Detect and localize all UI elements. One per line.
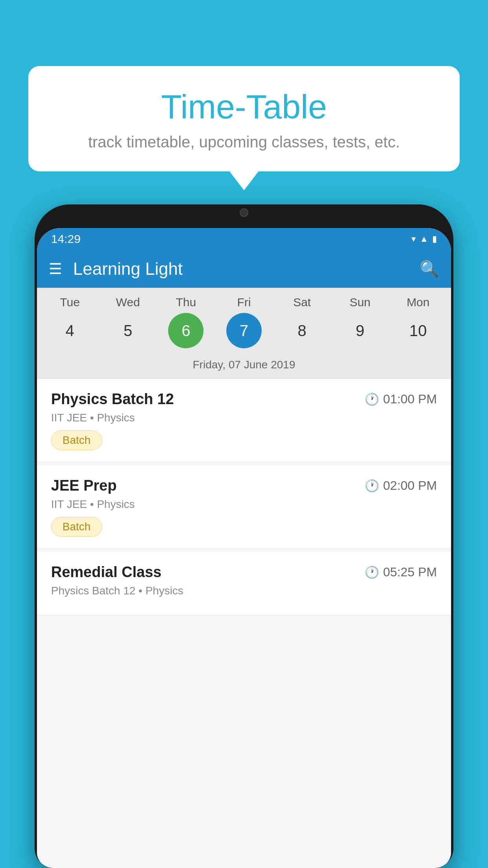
hamburger-icon[interactable]: ☰	[49, 261, 62, 276]
day-name-tue: Tue	[52, 296, 88, 309]
class-item-2[interactable]: JEE Prep 🕐 02:00 PM IIT JEE • Physics Ba…	[37, 465, 451, 549]
clock-icon-2: 🕐	[365, 479, 379, 493]
batch-badge-1: Batch	[51, 430, 102, 450]
class-time-value-2: 02:00 PM	[383, 478, 437, 493]
class-time-2: 🕐 02:00 PM	[365, 478, 437, 493]
speech-bubble: Time-Table track timetable, upcoming cla…	[28, 66, 460, 171]
day-name-thu: Thu	[168, 296, 204, 309]
class-name-1: Physics Batch 12	[51, 391, 174, 408]
phone-screen: 14:29 ▾ ▲ ▮ ☰ Learning Light 🔍 Tue Wed T…	[37, 228, 451, 868]
class-time-1: 🕐 01:00 PM	[365, 392, 437, 406]
class-meta-2: IIT JEE • Physics	[51, 498, 437, 511]
class-header-3: Remedial Class 🕐 05:25 PM	[51, 564, 437, 581]
day-numbers-row: 4 5 6 7 8 9 10	[37, 313, 451, 355]
day-8[interactable]: 8	[284, 313, 320, 348]
class-name-2: JEE Prep	[51, 477, 117, 494]
day-5[interactable]: 5	[110, 313, 146, 348]
app-title: Learning Light	[73, 259, 409, 279]
class-time-3: 🕐 05:25 PM	[365, 565, 437, 579]
status-icons: ▾ ▲ ▮	[411, 234, 437, 244]
day-7-selected[interactable]: 7	[226, 313, 262, 348]
wifi-icon: ▾	[411, 234, 416, 244]
day-10[interactable]: 10	[400, 313, 436, 348]
day-name-wed: Wed	[110, 296, 146, 309]
status-bar: 14:29 ▾ ▲ ▮	[37, 228, 451, 250]
battery-icon: ▮	[432, 234, 437, 244]
class-item-1[interactable]: Physics Batch 12 🕐 01:00 PM IIT JEE • Ph…	[37, 379, 451, 462]
day-9[interactable]: 9	[342, 313, 378, 348]
class-item-3[interactable]: Remedial Class 🕐 05:25 PM Physics Batch …	[37, 552, 451, 616]
class-header-1: Physics Batch 12 🕐 01:00 PM	[51, 391, 437, 408]
search-icon[interactable]: 🔍	[420, 260, 439, 278]
clock-icon-1: 🕐	[365, 392, 379, 406]
status-time: 14:29	[51, 232, 81, 246]
class-meta-1: IIT JEE • Physics	[51, 412, 437, 424]
classes-list: Physics Batch 12 🕐 01:00 PM IIT JEE • Ph…	[37, 379, 451, 868]
day-name-mon: Mon	[400, 296, 436, 309]
bubble-title: Time-Table	[52, 88, 436, 125]
day-name-sat: Sat	[284, 296, 320, 309]
class-name-3: Remedial Class	[51, 564, 161, 581]
day-4[interactable]: 4	[52, 313, 88, 348]
clock-icon-3: 🕐	[365, 565, 379, 579]
bubble-subtitle: track timetable, upcoming classes, tests…	[52, 133, 436, 151]
batch-badge-2: Batch	[51, 517, 102, 537]
class-time-value-3: 05:25 PM	[383, 565, 437, 579]
phone-notch	[35, 204, 453, 228]
day-6-today[interactable]: 6	[168, 313, 204, 348]
class-meta-3: Physics Batch 12 • Physics	[51, 585, 437, 597]
phone-frame: 14:29 ▾ ▲ ▮ ☰ Learning Light 🔍 Tue Wed T…	[35, 204, 453, 868]
day-names-row: Tue Wed Thu Fri Sat Sun Mon	[37, 296, 451, 313]
class-header-2: JEE Prep 🕐 02:00 PM	[51, 477, 437, 494]
day-name-fri: Fri	[226, 296, 262, 309]
camera	[240, 208, 248, 217]
signal-icon: ▲	[420, 234, 428, 244]
day-name-sun: Sun	[342, 296, 378, 309]
app-bar: ☰ Learning Light 🔍	[37, 250, 451, 288]
calendar-strip: Tue Wed Thu Fri Sat Sun Mon 4 5 6 7 8 9 …	[37, 288, 451, 379]
current-date: Friday, 07 June 2019	[37, 355, 451, 379]
class-time-value-1: 01:00 PM	[383, 392, 437, 406]
